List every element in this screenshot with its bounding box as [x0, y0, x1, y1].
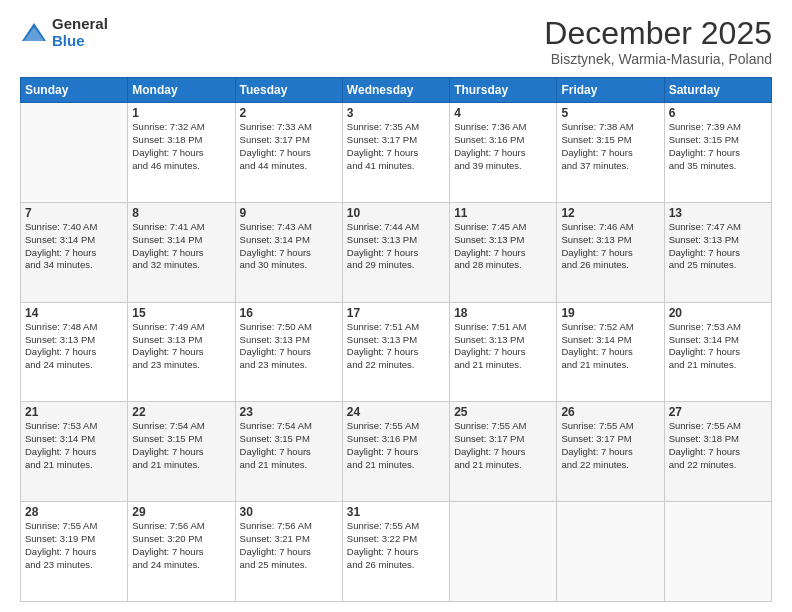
- calendar-cell: 1Sunrise: 7:32 AMSunset: 3:18 PMDaylight…: [128, 103, 235, 203]
- day-number: 30: [240, 505, 338, 519]
- calendar-cell: [450, 502, 557, 602]
- calendar-cell: 20Sunrise: 7:53 AMSunset: 3:14 PMDayligh…: [664, 302, 771, 402]
- day-number: 21: [25, 405, 123, 419]
- header: General Blue December 2025 Bisztynek, Wa…: [20, 16, 772, 67]
- day-number: 7: [25, 206, 123, 220]
- day-info: Sunrise: 7:55 AMSunset: 3:17 PMDaylight:…: [561, 420, 659, 471]
- logo-text: General Blue: [52, 16, 108, 49]
- day-number: 23: [240, 405, 338, 419]
- day-number: 6: [669, 106, 767, 120]
- day-number: 4: [454, 106, 552, 120]
- main-title: December 2025: [544, 16, 772, 51]
- day-number: 13: [669, 206, 767, 220]
- day-info: Sunrise: 7:55 AMSunset: 3:16 PMDaylight:…: [347, 420, 445, 471]
- day-number: 1: [132, 106, 230, 120]
- calendar-header: SundayMondayTuesdayWednesdayThursdayFrid…: [21, 78, 772, 103]
- logo-general-text: General: [52, 16, 108, 33]
- calendar-body: 1Sunrise: 7:32 AMSunset: 3:18 PMDaylight…: [21, 103, 772, 602]
- calendar-cell: 15Sunrise: 7:49 AMSunset: 3:13 PMDayligh…: [128, 302, 235, 402]
- day-number: 12: [561, 206, 659, 220]
- day-info: Sunrise: 7:53 AMSunset: 3:14 PMDaylight:…: [25, 420, 123, 471]
- day-number: 20: [669, 306, 767, 320]
- calendar-cell: 7Sunrise: 7:40 AMSunset: 3:14 PMDaylight…: [21, 202, 128, 302]
- day-number: 17: [347, 306, 445, 320]
- week-row: 14Sunrise: 7:48 AMSunset: 3:13 PMDayligh…: [21, 302, 772, 402]
- calendar-cell: 12Sunrise: 7:46 AMSunset: 3:13 PMDayligh…: [557, 202, 664, 302]
- day-info: Sunrise: 7:44 AMSunset: 3:13 PMDaylight:…: [347, 221, 445, 272]
- calendar-cell: 11Sunrise: 7:45 AMSunset: 3:13 PMDayligh…: [450, 202, 557, 302]
- week-row: 21Sunrise: 7:53 AMSunset: 3:14 PMDayligh…: [21, 402, 772, 502]
- week-row: 1Sunrise: 7:32 AMSunset: 3:18 PMDaylight…: [21, 103, 772, 203]
- day-info: Sunrise: 7:48 AMSunset: 3:13 PMDaylight:…: [25, 321, 123, 372]
- day-info: Sunrise: 7:52 AMSunset: 3:14 PMDaylight:…: [561, 321, 659, 372]
- calendar-cell: [664, 502, 771, 602]
- header-cell-wednesday: Wednesday: [342, 78, 449, 103]
- day-info: Sunrise: 7:49 AMSunset: 3:13 PMDaylight:…: [132, 321, 230, 372]
- week-row: 28Sunrise: 7:55 AMSunset: 3:19 PMDayligh…: [21, 502, 772, 602]
- calendar-cell: 30Sunrise: 7:56 AMSunset: 3:21 PMDayligh…: [235, 502, 342, 602]
- calendar-cell: 14Sunrise: 7:48 AMSunset: 3:13 PMDayligh…: [21, 302, 128, 402]
- calendar-cell: 29Sunrise: 7:56 AMSunset: 3:20 PMDayligh…: [128, 502, 235, 602]
- day-number: 8: [132, 206, 230, 220]
- day-number: 14: [25, 306, 123, 320]
- header-cell-sunday: Sunday: [21, 78, 128, 103]
- day-number: 25: [454, 405, 552, 419]
- day-number: 29: [132, 505, 230, 519]
- calendar-cell: 2Sunrise: 7:33 AMSunset: 3:17 PMDaylight…: [235, 103, 342, 203]
- day-info: Sunrise: 7:47 AMSunset: 3:13 PMDaylight:…: [669, 221, 767, 272]
- day-info: Sunrise: 7:51 AMSunset: 3:13 PMDaylight:…: [454, 321, 552, 372]
- day-info: Sunrise: 7:38 AMSunset: 3:15 PMDaylight:…: [561, 121, 659, 172]
- calendar-cell: 17Sunrise: 7:51 AMSunset: 3:13 PMDayligh…: [342, 302, 449, 402]
- day-number: 27: [669, 405, 767, 419]
- logo-blue-text: Blue: [52, 33, 108, 50]
- calendar-cell: 25Sunrise: 7:55 AMSunset: 3:17 PMDayligh…: [450, 402, 557, 502]
- day-info: Sunrise: 7:36 AMSunset: 3:16 PMDaylight:…: [454, 121, 552, 172]
- calendar-cell: 16Sunrise: 7:50 AMSunset: 3:13 PMDayligh…: [235, 302, 342, 402]
- day-info: Sunrise: 7:55 AMSunset: 3:22 PMDaylight:…: [347, 520, 445, 571]
- header-cell-tuesday: Tuesday: [235, 78, 342, 103]
- calendar-cell: 28Sunrise: 7:55 AMSunset: 3:19 PMDayligh…: [21, 502, 128, 602]
- logo-icon: [20, 19, 48, 47]
- day-info: Sunrise: 7:33 AMSunset: 3:17 PMDaylight:…: [240, 121, 338, 172]
- day-info: Sunrise: 7:53 AMSunset: 3:14 PMDaylight:…: [669, 321, 767, 372]
- calendar-cell: 26Sunrise: 7:55 AMSunset: 3:17 PMDayligh…: [557, 402, 664, 502]
- calendar-cell: 19Sunrise: 7:52 AMSunset: 3:14 PMDayligh…: [557, 302, 664, 402]
- day-info: Sunrise: 7:41 AMSunset: 3:14 PMDaylight:…: [132, 221, 230, 272]
- calendar-cell: 13Sunrise: 7:47 AMSunset: 3:13 PMDayligh…: [664, 202, 771, 302]
- day-info: Sunrise: 7:43 AMSunset: 3:14 PMDaylight:…: [240, 221, 338, 272]
- calendar-cell: [557, 502, 664, 602]
- calendar-cell: 10Sunrise: 7:44 AMSunset: 3:13 PMDayligh…: [342, 202, 449, 302]
- day-number: 15: [132, 306, 230, 320]
- day-number: 9: [240, 206, 338, 220]
- header-cell-friday: Friday: [557, 78, 664, 103]
- day-number: 11: [454, 206, 552, 220]
- calendar-cell: 23Sunrise: 7:54 AMSunset: 3:15 PMDayligh…: [235, 402, 342, 502]
- day-number: 10: [347, 206, 445, 220]
- week-row: 7Sunrise: 7:40 AMSunset: 3:14 PMDaylight…: [21, 202, 772, 302]
- day-info: Sunrise: 7:45 AMSunset: 3:13 PMDaylight:…: [454, 221, 552, 272]
- header-cell-monday: Monday: [128, 78, 235, 103]
- day-number: 16: [240, 306, 338, 320]
- day-info: Sunrise: 7:40 AMSunset: 3:14 PMDaylight:…: [25, 221, 123, 272]
- day-number: 5: [561, 106, 659, 120]
- day-number: 31: [347, 505, 445, 519]
- day-info: Sunrise: 7:32 AMSunset: 3:18 PMDaylight:…: [132, 121, 230, 172]
- calendar-cell: 5Sunrise: 7:38 AMSunset: 3:15 PMDaylight…: [557, 103, 664, 203]
- header-cell-thursday: Thursday: [450, 78, 557, 103]
- page: General Blue December 2025 Bisztynek, Wa…: [0, 0, 792, 612]
- calendar-cell: 18Sunrise: 7:51 AMSunset: 3:13 PMDayligh…: [450, 302, 557, 402]
- subtitle: Bisztynek, Warmia-Masuria, Poland: [544, 51, 772, 67]
- calendar-cell: 31Sunrise: 7:55 AMSunset: 3:22 PMDayligh…: [342, 502, 449, 602]
- calendar-cell: 9Sunrise: 7:43 AMSunset: 3:14 PMDaylight…: [235, 202, 342, 302]
- day-info: Sunrise: 7:55 AMSunset: 3:19 PMDaylight:…: [25, 520, 123, 571]
- day-info: Sunrise: 7:50 AMSunset: 3:13 PMDaylight:…: [240, 321, 338, 372]
- day-info: Sunrise: 7:55 AMSunset: 3:17 PMDaylight:…: [454, 420, 552, 471]
- day-number: 24: [347, 405, 445, 419]
- calendar-cell: 22Sunrise: 7:54 AMSunset: 3:15 PMDayligh…: [128, 402, 235, 502]
- day-number: 26: [561, 405, 659, 419]
- logo: General Blue: [20, 16, 108, 49]
- title-block: December 2025 Bisztynek, Warmia-Masuria,…: [544, 16, 772, 67]
- calendar-cell: 24Sunrise: 7:55 AMSunset: 3:16 PMDayligh…: [342, 402, 449, 502]
- calendar-cell: 21Sunrise: 7:53 AMSunset: 3:14 PMDayligh…: [21, 402, 128, 502]
- day-info: Sunrise: 7:56 AMSunset: 3:21 PMDaylight:…: [240, 520, 338, 571]
